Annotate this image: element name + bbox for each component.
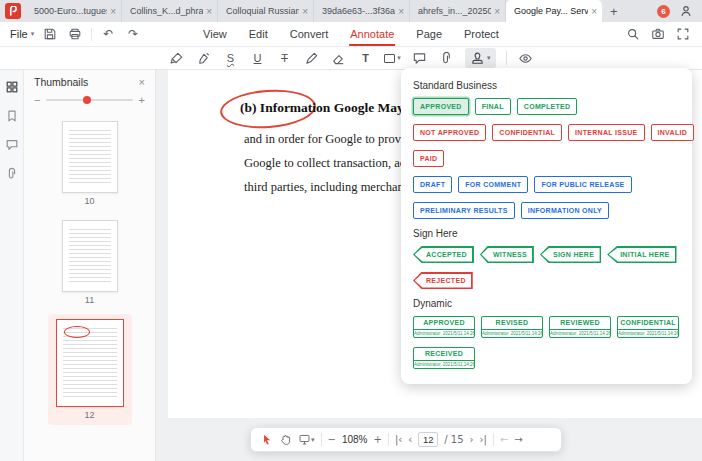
stamp-not-approved[interactable]: NOT APPROVED [413, 124, 486, 141]
zoom-level[interactable]: 108% [342, 434, 368, 445]
stamp-received[interactable]: RECEIVEDAdministrator, 2021/5/11,14:26:2… [413, 347, 475, 369]
sticky-note-tool-icon[interactable] [411, 48, 428, 68]
thumbnail-page-12[interactable]: 12 [48, 314, 132, 425]
stamp-draft[interactable]: DRAFT [413, 176, 452, 193]
menu-edit[interactable]: Edit [238, 22, 279, 46]
stamp-reviewed[interactable]: REVIEWEDAdministrator, 2021/5/11,14:26:2… [549, 316, 611, 338]
search-icon[interactable] [624, 25, 642, 43]
user-avatar-icon[interactable] [679, 4, 693, 18]
stamp-approved[interactable]: APPROVED [413, 98, 469, 115]
stamp-internal-issue[interactable]: INTERNAL ISSUE [568, 124, 644, 141]
menu-convert[interactable]: Convert [279, 22, 340, 46]
menu-view[interactable]: View [192, 22, 238, 46]
page-number-input[interactable] [418, 432, 438, 447]
close-icon[interactable]: × [139, 76, 145, 88]
sidebar-attachments-icon[interactable] [3, 165, 21, 183]
document-tab-colloquial-russian-2[interactable]: Colloquial Russian 2× [218, 0, 314, 22]
first-page-button[interactable]: |‹ [395, 435, 402, 445]
stamp-label: APPROVED [414, 317, 474, 329]
stamp-for-public-release[interactable]: FOR PUBLIC RELEASE [534, 176, 631, 193]
hand-tool-button[interactable] [279, 433, 292, 446]
page-thumbnail[interactable] [56, 319, 124, 407]
sidebar-comments-icon[interactable] [3, 136, 21, 154]
tab-close-icon[interactable]: × [302, 6, 308, 17]
save-button[interactable] [41, 25, 59, 43]
stamp-completed[interactable]: COMPLETED [517, 98, 578, 115]
file-menu[interactable]: File ▾ [10, 28, 34, 40]
document-tab-google-pay-service-[interactable]: Google Pay... Service *× [506, 0, 602, 22]
stamp-for-comment[interactable]: FOR COMMENT [458, 176, 528, 193]
tab-close-icon[interactable]: × [398, 6, 404, 17]
zoom-in-button[interactable]: + [373, 435, 381, 445]
tab-close-icon[interactable]: × [110, 6, 116, 17]
menu-annotate[interactable]: Annotate [339, 22, 405, 46]
stamp-row: ACCEPTEDWITNESSSIGN HEREINITIAL HERE [413, 246, 680, 263]
next-page-button[interactable]: › [470, 435, 474, 445]
tab-label: Collins_K...d_phrases [130, 6, 203, 16]
menu-page[interactable]: Page [405, 22, 453, 46]
next-view-button[interactable]: → [514, 435, 522, 445]
document-tab-39da6e63-3f36aa7ad[interactable]: 39da6e63-...3f36aa7ad× [314, 0, 410, 22]
stamp-witness[interactable]: WITNESS [480, 246, 534, 263]
presentation-mode-button[interactable]: ▾ [298, 433, 315, 446]
menu-protect[interactable]: Protect [453, 22, 510, 46]
tab-close-icon[interactable]: × [206, 6, 212, 17]
stamp-final[interactable]: FINAL [475, 98, 511, 115]
stamp-approved[interactable]: APPROVEDAdministrator, 2021/5/11,14:26:2… [413, 316, 475, 338]
sign-stamp-rows: ACCEPTEDWITNESSSIGN HEREINITIAL HEREREJE… [413, 246, 680, 289]
page-thumbnail[interactable] [62, 121, 118, 193]
squiggly-underline-tool-icon[interactable]: S [222, 48, 239, 68]
sidebar-thumbnails-icon[interactable] [3, 78, 21, 96]
thumbnail-size-slider[interactable] [46, 99, 132, 101]
stamp-confidential[interactable]: CONFIDENTIAL [492, 124, 562, 141]
select-tool-button[interactable] [260, 433, 273, 446]
sidebar-icon-strip [0, 70, 24, 461]
stamp-row: REJECTED [413, 272, 680, 289]
page-thumbnail[interactable] [62, 220, 118, 292]
stamp-preliminary-results[interactable]: PRELIMINARY RESULTS [413, 202, 515, 219]
shape-tool-icon[interactable]: ▾ [384, 48, 401, 68]
undo-button[interactable]: ↶ [99, 25, 117, 43]
thumbnail-page-11[interactable]: 11 [54, 215, 126, 310]
fullscreen-icon[interactable] [674, 25, 692, 43]
stamp-label: ACCEPTED [426, 251, 467, 258]
document-tab-ahrefs-in-20250825[interactable]: ahrefs_in..._20250825× [410, 0, 506, 22]
pencil-tool-icon[interactable] [303, 48, 320, 68]
stamp-sign-here[interactable]: SIGN HERE [540, 246, 601, 263]
zoom-out-button[interactable]: − [328, 435, 336, 445]
thumbnail-page-10[interactable]: 10 [54, 116, 126, 211]
print-button[interactable] [66, 25, 84, 43]
add-tab-button[interactable]: + [602, 4, 626, 19]
attachment-tool-icon[interactable] [438, 48, 455, 68]
stamp-rejected[interactable]: REJECTED [413, 272, 473, 289]
strikethrough-tool-icon[interactable]: T [276, 48, 293, 68]
notification-badge[interactable]: 6 [657, 5, 670, 18]
snapshot-camera-icon[interactable] [649, 25, 667, 43]
previous-view-button[interactable]: ← [500, 435, 508, 445]
stamp-information-only[interactable]: INFORMATION ONLY [521, 202, 609, 219]
stamp-initial-here[interactable]: INITIAL HERE [607, 246, 676, 263]
stamp-confidential[interactable]: CONFIDENTIALAdministrator, 2021/5/11,14:… [617, 316, 679, 338]
pen-tool-icon[interactable] [195, 48, 212, 68]
text-comment-tool-icon[interactable]: T [357, 48, 374, 68]
stamp-paid[interactable]: PAID [413, 150, 444, 167]
highlight-tool-icon[interactable] [168, 48, 185, 68]
eye-icon[interactable] [517, 48, 534, 68]
stamp-invalid[interactable]: INVALID [651, 124, 695, 141]
last-page-button[interactable]: ›| [480, 435, 487, 445]
document-tab-collins-k-d-phrases[interactable]: Collins_K...d_phrases× [122, 0, 218, 22]
thumbnail-larger-button[interactable]: + [139, 94, 145, 106]
redo-button[interactable]: ↷ [124, 25, 142, 43]
document-tab-5000-euro-tuguese-[interactable]: 5000-Euro...tuguese *× [26, 0, 122, 22]
stamp-revised[interactable]: REVISEDAdministrator, 2021/5/11,14:26:28 [481, 316, 543, 338]
underline-tool-icon[interactable]: U [249, 48, 266, 68]
thumbnail-smaller-button[interactable]: − [34, 94, 40, 106]
tab-close-icon[interactable]: × [494, 6, 500, 17]
sidebar-bookmarks-icon[interactable] [3, 107, 21, 125]
tab-close-icon[interactable]: × [591, 6, 597, 17]
previous-page-button[interactable]: ‹ [408, 435, 412, 445]
eraser-tool-icon[interactable] [330, 48, 347, 68]
stamp-accepted[interactable]: ACCEPTED [413, 246, 474, 263]
stamp-tool-icon[interactable]: ▾ [465, 48, 496, 68]
slider-handle[interactable] [83, 96, 91, 104]
